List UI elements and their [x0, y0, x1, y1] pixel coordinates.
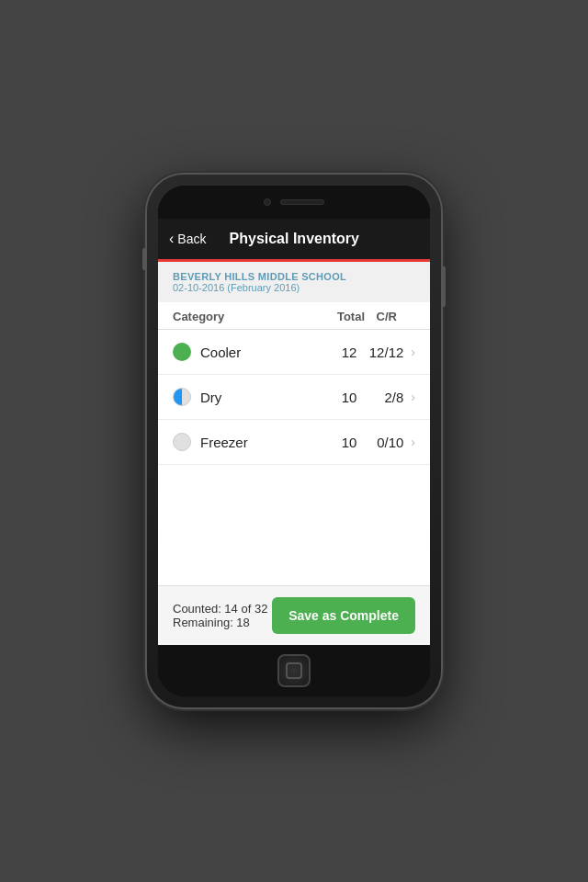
table-header: Category Total C/R: [158, 302, 430, 330]
nav-bar: ‹ Back Physical Inventory: [158, 219, 430, 259]
phone-bottom-bar: [158, 645, 430, 696]
table-row[interactable]: Freezer 10 0/10 ›: [158, 420, 430, 465]
camera-icon: [264, 198, 271, 206]
counted-label: Counted: 14 of 32: [173, 602, 267, 616]
home-button-inner: [286, 662, 302, 679]
column-header-category: Category: [173, 310, 314, 323]
row-chevron-icon-dry: ›: [411, 390, 415, 404]
column-header-cr: C/R: [365, 310, 415, 323]
column-header-total: Total: [314, 310, 365, 323]
table-row[interactable]: Dry 10 2/8 ›: [158, 375, 430, 420]
app-screen: ‹ Back Physical Inventory BEVERLY HILLS …: [158, 219, 430, 645]
status-indicator-dry: [173, 388, 191, 406]
footer-bar: Counted: 14 of 32 Remaining: 18 Save as …: [158, 585, 430, 645]
home-button[interactable]: [277, 654, 311, 687]
row-chevron-icon-freezer: ›: [411, 435, 415, 449]
total-cooler: 12: [306, 345, 356, 360]
back-button[interactable]: ‹ Back: [169, 232, 206, 246]
total-freezer: 10: [306, 435, 356, 450]
table-row[interactable]: Cooler 12 12/12 ›: [158, 330, 430, 375]
phone-top-bar: [158, 186, 430, 219]
footer-stats: Counted: 14 of 32 Remaining: 18: [173, 602, 267, 629]
speaker-icon: [280, 199, 324, 205]
category-name-dry: Dry: [200, 390, 306, 405]
phone-screen: ‹ Back Physical Inventory BEVERLY HILLS …: [158, 186, 430, 696]
save-as-complete-button[interactable]: Save as Complete: [272, 597, 415, 634]
back-chevron-icon: ‹: [169, 232, 174, 246]
phone-device: ‹ Back Physical Inventory BEVERLY HILLS …: [147, 175, 441, 707]
cr-cooler: 12/12: [356, 345, 407, 360]
cr-freezer: 0/10: [356, 435, 407, 450]
school-date: 02-10-2016 (February 2016): [173, 282, 415, 293]
back-label: Back: [177, 232, 206, 246]
status-indicator-freezer: [173, 433, 191, 451]
page-title: Physical Inventory: [206, 231, 382, 247]
school-name: BEVERLY HILLS MIDDLE SCHOOL: [173, 271, 415, 282]
remaining-label: Remaining: 18: [173, 616, 267, 629]
category-name-freezer: Freezer: [200, 435, 306, 450]
inventory-table: Cooler 12 12/12 › Dry 10 2/8 › Freezer: [158, 330, 430, 585]
row-chevron-icon-cooler: ›: [411, 345, 415, 359]
category-name-cooler: Cooler: [200, 345, 306, 360]
total-dry: 10: [306, 390, 356, 405]
school-header: BEVERLY HILLS MIDDLE SCHOOL 02-10-2016 (…: [158, 262, 430, 302]
status-indicator-cooler: [173, 343, 191, 361]
cr-dry: 2/8: [356, 390, 407, 405]
